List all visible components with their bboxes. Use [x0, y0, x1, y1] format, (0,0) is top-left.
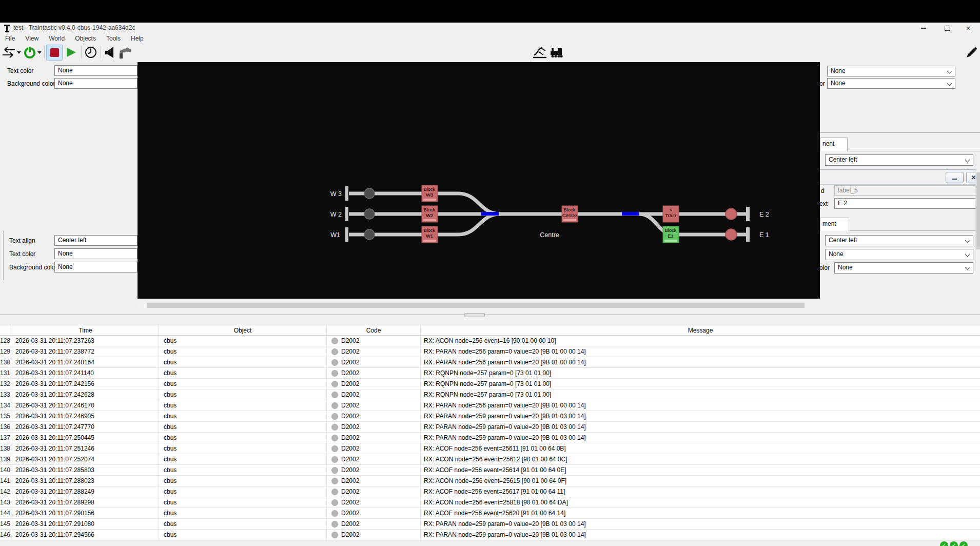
log-object: cbus: [159, 454, 327, 465]
log-row[interactable]: 134 2026-03-31 20:11:07.246170 cbus D200…: [0, 400, 980, 411]
label-e1: E 1: [759, 231, 769, 239]
menu-objects[interactable]: Objects: [70, 34, 101, 43]
log-row[interactable]: 133 2026-03-31 20:11:07.242628 cbus D200…: [0, 389, 980, 400]
log-object: cbus: [159, 346, 327, 357]
log-row[interactable]: 130 2026-03-31 20:11:07.240164 cbus D200…: [0, 357, 980, 368]
log-time: 2026-03-31 20:11:07.238772: [12, 346, 159, 357]
rp-bgcolor-combo[interactable]: None: [834, 262, 973, 274]
block-centre[interactable]: Block Centre: [562, 206, 578, 222]
subwindow-titlebar[interactable]: ✕: [820, 169, 980, 185]
block-w3[interactable]: Block W3: [422, 185, 438, 202]
text-color-field-2[interactable]: None: [54, 248, 138, 259]
log-row[interactable]: 135 2026-03-31 20:11:07.246905 cbus D200…: [0, 411, 980, 422]
log-row[interactable]: 140 2026-03-31 20:11:07.285803 cbus D200…: [0, 465, 980, 476]
smoke-button[interactable]: [117, 43, 132, 62]
occupied-section-indicator[interactable]: [622, 212, 639, 216]
occupied-section-indicator[interactable]: [481, 212, 499, 216]
log-header-message[interactable]: Message: [421, 325, 980, 335]
volume-button[interactable]: [103, 43, 116, 62]
splitter-grip[interactable]: [464, 313, 485, 317]
rp-combo-top-1-value: None: [831, 67, 846, 74]
log-row[interactable]: 138 2026-03-31 20:11:07.251246 cbus D200…: [0, 443, 980, 454]
clock-button[interactable]: [83, 43, 99, 62]
log-row[interactable]: 137 2026-03-31 20:11:07.250445 cbus D200…: [0, 433, 980, 443]
log-row[interactable]: 139 2026-03-31 20:11:07.252074 cbus D200…: [0, 454, 980, 465]
subwindow-minimize-button[interactable]: [946, 172, 964, 183]
power-dropdown[interactable]: [36, 43, 43, 62]
swap-arrows-dropdown[interactable]: [16, 43, 22, 62]
train-marker[interactable]: < Train: [663, 206, 679, 222]
rp-vscrollbar[interactable]: [975, 169, 980, 270]
log-row-number: 144: [0, 508, 12, 519]
tab-alignment-partial-2[interactable]: ment: [820, 218, 849, 231]
rp-alignment-combo[interactable]: Center left: [825, 154, 973, 166]
status-ok-icon[interactable]: ✓: [950, 541, 958, 546]
rp-align-combo-2[interactable]: Center left: [825, 235, 973, 246]
text-align-field[interactable]: Center left: [54, 235, 138, 246]
edit-mode-button[interactable]: [965, 43, 979, 62]
minimize-button[interactable]: [912, 23, 935, 34]
log-code-text: D2002: [341, 443, 359, 454]
track-sensors[interactable]: [364, 188, 375, 240]
menu-file[interactable]: File: [0, 34, 20, 43]
log-row[interactable]: 128 2026-03-31 20:11:07.237263 cbus D200…: [0, 336, 980, 346]
canvas-hscrollbar[interactable]: [138, 302, 820, 309]
log-row[interactable]: 136 2026-03-31 20:11:07.247770 cbus D200…: [0, 422, 980, 433]
log-header-time[interactable]: Time: [12, 325, 159, 335]
background-color-field[interactable]: None: [54, 78, 138, 89]
title-bar[interactable]: test - Traintastic v0.4.0-cbus-1942-aa63…: [0, 23, 980, 34]
log-row[interactable]: 131 2026-03-31 20:11:07.241140 cbus D200…: [0, 368, 980, 379]
log-row[interactable]: 142 2026-03-31 20:11:07.288249 cbus D200…: [0, 486, 980, 497]
log-row-number: 143: [0, 497, 12, 508]
log-row[interactable]: 132 2026-03-31 20:11:07.242156 cbus D200…: [0, 379, 980, 389]
status-ok-icon[interactable]: ✓: [959, 541, 968, 546]
log-code-text: D2002: [341, 465, 359, 475]
status-ok-icon[interactable]: ✓: [940, 541, 948, 546]
rp-combo-top-1[interactable]: None: [827, 66, 955, 76]
splitter[interactable]: [0, 315, 980, 315]
menu-world[interactable]: World: [44, 34, 70, 43]
tab-alignment-partial[interactable]: nent: [820, 138, 848, 151]
block-e1[interactable]: Block E1: [663, 226, 679, 243]
play-button[interactable]: [64, 43, 79, 62]
swap-arrows-button[interactable]: [1, 43, 16, 62]
log-time: 2026-03-31 20:11:07.247770: [12, 422, 159, 433]
log-message: RX: ACOF node=256 event=25620 [91 01 00 …: [421, 508, 980, 519]
chevron-down-icon: [37, 51, 42, 54]
log-row-number: 141: [0, 476, 12, 486]
log-row[interactable]: 143 2026-03-31 20:11:07.289298 cbus D200…: [0, 497, 980, 508]
log-message: RX: PARAN node=259 param=0 value=20 [9B …: [421, 530, 980, 540]
hscroll-thumb[interactable]: [147, 303, 805, 308]
signals[interactable]: [726, 208, 737, 240]
rp-text-field[interactable]: E 2: [834, 198, 979, 209]
close-button[interactable]: ✕: [956, 23, 980, 34]
vscroll-thumb[interactable]: [976, 172, 980, 249]
status-dot-icon: [331, 510, 338, 517]
menu-view[interactable]: View: [20, 34, 44, 43]
log-row[interactable]: 145 2026-03-31 20:11:07.291080 cbus D200…: [0, 519, 980, 530]
log-header-code[interactable]: Code: [327, 325, 421, 335]
turnout-button[interactable]: [532, 43, 548, 62]
rp-textcolor-combo[interactable]: None: [825, 249, 973, 260]
stop-button[interactable]: [46, 45, 63, 61]
rp-combo-top-2[interactable]: None: [827, 78, 955, 89]
log-object: cbus: [159, 486, 327, 497]
log-row-number: 128: [0, 336, 12, 346]
log-code: D2002: [327, 443, 421, 454]
power-button[interactable]: [23, 43, 36, 62]
background-color-field-2[interactable]: None: [54, 262, 138, 272]
log-row[interactable]: 129 2026-03-31 20:11:07.238772 cbus D200…: [0, 346, 980, 357]
log-row[interactable]: 146 2026-03-31 20:11:07.294566 cbus D200…: [0, 530, 980, 540]
block-w1[interactable]: Block W1: [422, 226, 438, 243]
block-w2[interactable]: Block W2: [422, 206, 438, 222]
status-dot-icon: [331, 402, 338, 409]
track-plan-canvas[interactable]: Block W3 Block W2 Block W1 Block: [138, 62, 820, 299]
menu-help[interactable]: Help: [126, 34, 149, 43]
log-header-object[interactable]: Object: [159, 325, 327, 335]
train-button[interactable]: [549, 43, 564, 62]
log-row[interactable]: 141 2026-03-31 20:11:07.288023 cbus D200…: [0, 476, 980, 486]
maximize-button[interactable]: [935, 23, 959, 34]
menu-tools[interactable]: Tools: [101, 34, 126, 43]
log-row[interactable]: 144 2026-03-31 20:11:07.290156 cbus D200…: [0, 508, 980, 519]
text-color-field[interactable]: None: [54, 65, 138, 76]
